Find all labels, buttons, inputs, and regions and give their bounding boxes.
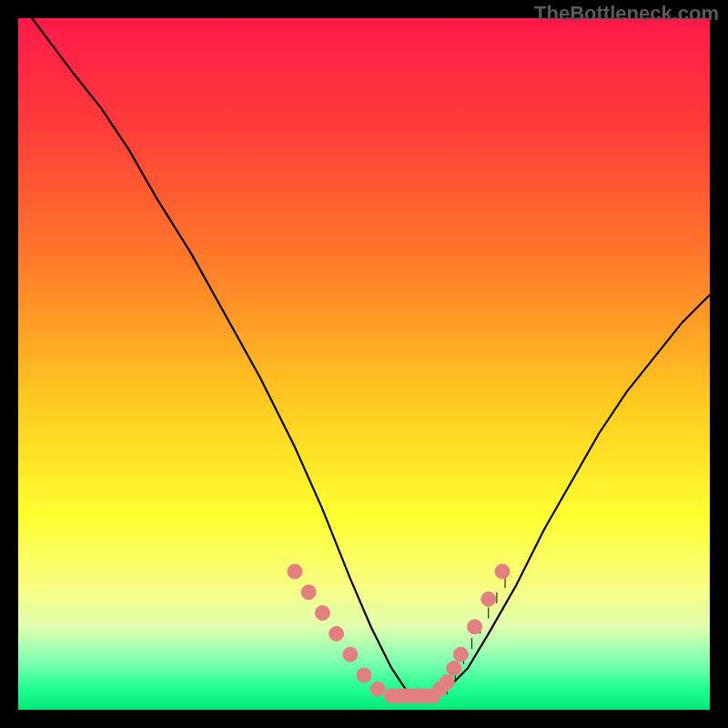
svg-point-13 xyxy=(301,585,316,600)
watermark-text: TheBottleneck.com xyxy=(534,2,719,25)
svg-point-16 xyxy=(343,647,358,662)
svg-point-27 xyxy=(440,675,454,690)
plot-background xyxy=(18,18,710,710)
svg-point-29 xyxy=(453,647,468,662)
svg-point-32 xyxy=(495,564,510,579)
svg-point-31 xyxy=(481,592,496,606)
svg-point-17 xyxy=(357,668,371,682)
svg-point-15 xyxy=(329,626,344,641)
svg-point-14 xyxy=(315,606,329,621)
svg-rect-1 xyxy=(0,710,728,728)
svg-rect-3 xyxy=(710,0,728,728)
svg-point-28 xyxy=(447,661,461,675)
svg-point-12 xyxy=(288,564,302,579)
svg-point-30 xyxy=(468,620,482,634)
svg-point-18 xyxy=(370,682,385,696)
svg-rect-2 xyxy=(0,0,18,728)
bottleneck-chart: TheBottleneck.com xyxy=(0,0,728,728)
chart-svg xyxy=(0,0,728,728)
